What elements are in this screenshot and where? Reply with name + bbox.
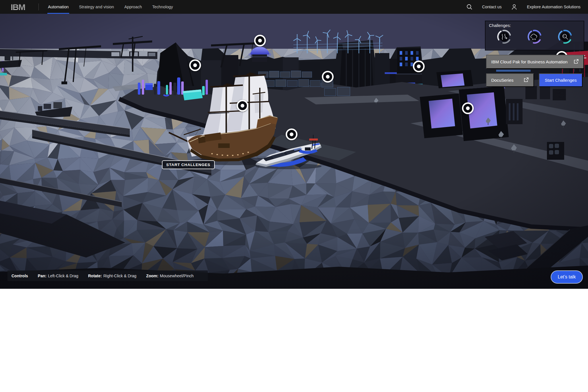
explore-solutions-link[interactable]: Explore Automation Solutions	[527, 5, 581, 9]
start-challenges-button[interactable]: Start Challenges	[539, 73, 583, 87]
launch-icon	[524, 77, 529, 83]
start-challenges-scene-button[interactable]: START CHALLENGES	[162, 160, 215, 169]
process-flow-badge-icon[interactable]	[496, 28, 512, 46]
launch-icon	[574, 59, 579, 65]
pan-control-hint: Pan:Left-Click & Drag	[38, 274, 78, 278]
rotate-control-hint: Rotate:Right-Click & Drag	[88, 274, 136, 278]
nav-item-automation[interactable]: Automation	[48, 0, 69, 14]
lets-talk-button[interactable]: Let’s talk	[551, 270, 583, 284]
challenges-title: Challenges:	[489, 23, 580, 28]
insight-search-badge-icon[interactable]	[557, 28, 573, 46]
nav-divider	[38, 3, 39, 10]
zoom-control-hint: Zoom:Mousewheel/Pinch	[146, 274, 194, 278]
scene-hotspot[interactable]	[254, 35, 266, 46]
nav-item-technology[interactable]: Technology	[152, 0, 173, 14]
challenges-panel: Challenges:	[485, 21, 584, 50]
controls-bar: Controls Pan:Left-Click & Drag Rotate:Ri…	[7, 270, 208, 281]
page: { "nav": { "brand": "IBM", "items": [ {"…	[0, 0, 588, 392]
nav-menu: Automation Strategy and vision Approach …	[48, 0, 183, 14]
challenge-badges	[489, 28, 580, 46]
search-icon[interactable]	[466, 3, 473, 10]
docuseries-label: DocuSeries	[491, 78, 514, 83]
nav-right-group: Contact us Explore Automation Solutions	[466, 3, 581, 10]
top-nav: IBM Automation Strategy and vision Appro…	[0, 0, 588, 14]
docuseries-button[interactable]: DocuSeries	[486, 73, 534, 87]
cloud-pak-button[interactable]: IBM Cloud Pak for Business Automation	[486, 55, 584, 69]
storm-risk-badge-icon[interactable]	[526, 28, 543, 46]
cloud-pak-label: IBM Cloud Pak for Business Automation	[491, 59, 568, 64]
scene-hotspot[interactable]	[189, 59, 201, 71]
contact-us-link[interactable]: Contact us	[482, 5, 502, 9]
controls-title: Controls	[11, 274, 28, 278]
scene-hotspot[interactable]	[237, 100, 248, 112]
nav-item-strategy[interactable]: Strategy and vision	[79, 0, 114, 14]
scene-hotspot[interactable]	[413, 61, 425, 72]
nav-item-approach[interactable]: Approach	[124, 0, 142, 14]
scene-hotspot[interactable]	[322, 71, 334, 83]
scene-hotspot[interactable]	[286, 128, 297, 140]
ibm-logo[interactable]: IBM	[11, 3, 28, 11]
scene-hotspot[interactable]	[462, 102, 474, 114]
user-icon[interactable]	[511, 3, 518, 10]
